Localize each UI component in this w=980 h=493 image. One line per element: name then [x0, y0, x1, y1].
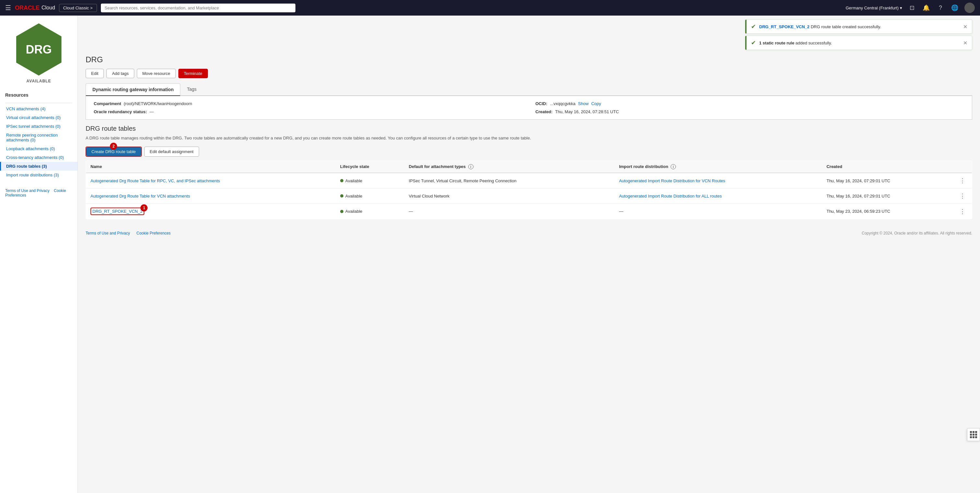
- drg-icon-text: DRG: [26, 43, 52, 56]
- cookie-prefs-link[interactable]: Cookie Preferences: [137, 231, 170, 235]
- sidebar-item-import-route[interactable]: Import route distributions (3): [0, 170, 78, 180]
- table-actions: 2 Create DRG route table Edit default as…: [86, 146, 972, 157]
- col-created: Created: [822, 161, 953, 173]
- drg-icon-container: DRG AVAILABLE: [0, 16, 78, 89]
- section-desc: A DRG route table manages routing within…: [86, 135, 972, 142]
- search-input[interactable]: [101, 3, 296, 12]
- table-row: Autogenerated Drg Route Table for VCN at…: [86, 188, 972, 204]
- compartment-row: Compartment (root)/NETWORK/IwanHoogendoo…: [94, 101, 522, 106]
- compartment-label: Compartment: [94, 101, 121, 106]
- default-for-info-icon[interactable]: i: [468, 164, 474, 169]
- sidebar-item-ipsec[interactable]: IPSec tunnel attachments (0): [0, 122, 78, 131]
- row1-name-link[interactable]: Autogenerated Drg Route Table for RPC, V…: [91, 178, 220, 183]
- row1-created: Thu, May 16, 2024, 07:29:01 UTC: [822, 173, 953, 188]
- ocid-show-link[interactable]: Show: [578, 101, 589, 106]
- sidebar-resources-title: Resources: [5, 92, 72, 98]
- ocid-copy-link[interactable]: Copy: [591, 101, 601, 106]
- redundancy-row: Oracle redundancy status: —: [94, 109, 522, 114]
- row2-import-dist: Autogenerated Import Route Distribution …: [614, 188, 822, 204]
- edit-button[interactable]: Edit: [86, 69, 104, 78]
- add-tags-button[interactable]: Add tags: [107, 69, 134, 78]
- user-avatar[interactable]: [964, 3, 975, 13]
- sidebar-item-vcn-attachments[interactable]: VCN attachments (4): [0, 105, 78, 113]
- table-header: Name Lifecycle state Default for attachm…: [86, 161, 972, 173]
- screen-icon[interactable]: ⊡: [907, 3, 916, 12]
- sidebar-item-loopback[interactable]: Loopback attachments (0): [0, 144, 78, 153]
- hamburger-menu[interactable]: ☰: [5, 4, 11, 12]
- row3-menu: ⋮: [953, 204, 972, 219]
- bell-icon[interactable]: 🔔: [922, 3, 931, 12]
- status-badge: AVAILABLE: [27, 79, 51, 83]
- redundancy-label: Oracle redundancy status:: [94, 109, 147, 114]
- row2-status-dot: [340, 194, 344, 197]
- col-name: Name: [86, 161, 336, 173]
- tab-tags[interactable]: Tags: [180, 83, 203, 96]
- created-label: Created:: [535, 109, 553, 114]
- drg-hexagon: DRG: [16, 23, 62, 76]
- notification-close-2[interactable]: ✕: [963, 40, 967, 46]
- region-selector[interactable]: Germany Central (Frankfurt) ▾: [846, 5, 902, 10]
- row1-menu: ⋮: [953, 173, 972, 188]
- ocid-row: OCID: ...vxqqcgvkka Show Copy: [535, 101, 964, 106]
- sidebar-item-cross-tenancy[interactable]: Cross-tenancy attachments (0): [0, 153, 78, 162]
- sidebar-item-drg-route-tables[interactable]: DRG route tables (3): [0, 162, 78, 170]
- sidebar: DRG AVAILABLE Resources VCN attachments …: [0, 16, 78, 493]
- row1-kebab-menu[interactable]: ⋮: [958, 177, 967, 184]
- oracle-brand: ORACLE: [15, 5, 40, 11]
- check-icon-1: ✔: [751, 23, 756, 30]
- help-icon[interactable]: ?: [936, 3, 945, 12]
- sidebar-item-virtual-circuit[interactable]: Virtual circuit attachments (0): [0, 113, 78, 122]
- row3-default-for: —: [404, 204, 614, 219]
- redundancy-value: —: [150, 109, 154, 114]
- edit-default-assignment-button[interactable]: Edit default assignment: [144, 146, 199, 157]
- row3-kebab-menu[interactable]: ⋮: [958, 208, 967, 215]
- action-buttons: Edit Add tags Move resource Terminate: [86, 69, 972, 78]
- row1-status-dot: [340, 179, 344, 182]
- row2-status-text: Available: [345, 194, 363, 199]
- notification-1: ✔ DRG_RT_SPOKE_VCN_2 DRG route table cre…: [745, 19, 972, 34]
- sidebar-resources-section: Resources: [0, 89, 78, 102]
- terminate-button[interactable]: Terminate: [178, 69, 208, 78]
- row1-status-text: Available: [345, 178, 363, 183]
- notification-drg-link[interactable]: DRG_RT_SPOKE_VCN_2: [759, 24, 810, 29]
- terms-link[interactable]: Terms of Use and Privacy: [5, 188, 49, 193]
- top-nav: ☰ ORACLE Cloud Cloud Classic > Germany C…: [0, 0, 980, 16]
- info-panel: Compartment (root)/NETWORK/IwanHoogendoo…: [86, 96, 972, 120]
- row3-highlight-box: DRG_RT_SPOKE_VCN_2: [91, 208, 144, 215]
- col-lifecycle: Lifecycle state: [336, 161, 404, 173]
- created-row: Created: Thu, May 16, 2024, 07:28:51 UTC: [535, 109, 964, 114]
- row1-import-dist-link[interactable]: Autogenerated Import Route Distribution …: [619, 178, 725, 183]
- row2-name: Autogenerated Drg Route Table for VCN at…: [86, 188, 336, 204]
- cloud-classic-button[interactable]: Cloud Classic >: [59, 4, 97, 12]
- cloud-label: Cloud: [41, 5, 55, 11]
- row3-name-link[interactable]: DRG_RT_SPOKE_VCN_2: [92, 209, 142, 214]
- sidebar-item-remote-peering[interactable]: Remote peering connection attachments (0…: [0, 131, 78, 144]
- grid-icon-button[interactable]: [967, 428, 980, 441]
- terms-of-use-link[interactable]: Terms of Use and Privacy: [86, 231, 130, 235]
- nav-right: Germany Central (Frankfurt) ▾ ⊡ 🔔 ? 🌐: [846, 3, 975, 13]
- create-button-wrapper: 2 Create DRG route table: [86, 146, 142, 157]
- copyright-text: Copyright © 2024, Oracle and/or its affi…: [862, 231, 972, 235]
- row2-import-dist-link[interactable]: Autogenerated Import Route Distribution …: [619, 194, 722, 199]
- row2-kebab-menu[interactable]: ⋮: [958, 192, 967, 200]
- move-resource-button[interactable]: Move resource: [137, 69, 176, 78]
- row3-lifecycle: Available: [336, 204, 404, 219]
- row3-import-dist: —: [614, 204, 822, 219]
- row2-name-link[interactable]: Autogenerated Drg Route Table for VCN at…: [91, 194, 190, 199]
- notification-close-1[interactable]: ✕: [963, 24, 967, 30]
- main-content: ✔ DRG_RT_SPOKE_VCN_2 DRG route table cre…: [78, 16, 980, 493]
- sidebar-footer: Terms of Use and Privacy Cookie Preferen…: [0, 186, 78, 200]
- tab-drg-info[interactable]: Dynamic routing gateway information: [86, 83, 180, 96]
- row3-created: Thu, May 23, 2024, 06:59:23 UTC: [822, 204, 953, 219]
- info-tabs: Dynamic routing gateway information Tags: [86, 83, 972, 96]
- import-dist-info-icon[interactable]: i: [671, 164, 676, 169]
- step-badge-1: 1: [140, 204, 148, 212]
- check-icon-2: ✔: [751, 39, 756, 46]
- row2-menu: ⋮: [953, 188, 972, 204]
- table-body: Autogenerated Drg Route Table for RPC, V…: [86, 173, 972, 219]
- globe-icon[interactable]: 🌐: [950, 3, 959, 12]
- col-default-for: Default for attachment types i: [404, 161, 614, 173]
- row2-default-for: Virtual Cloud Network: [404, 188, 614, 204]
- row1-default-for: IPSec Tunnel, Virtual Circuit, Remote Pe…: [404, 173, 614, 188]
- row1-import-dist: Autogenerated Import Route Distribution …: [614, 173, 822, 188]
